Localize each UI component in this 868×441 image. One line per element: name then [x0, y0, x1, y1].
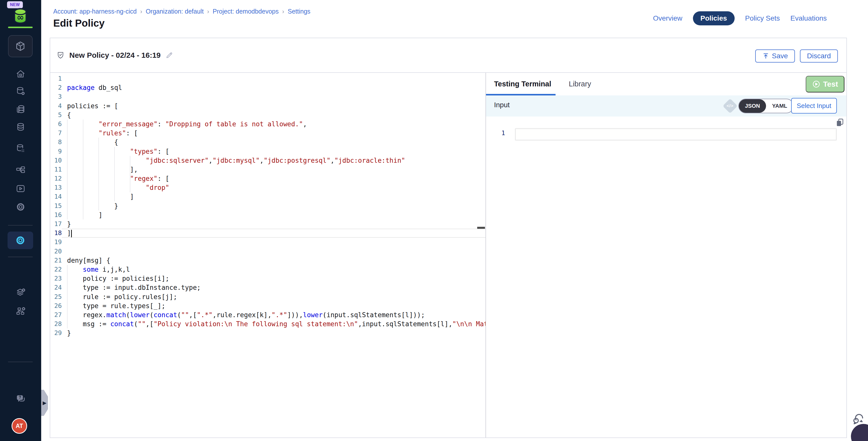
- help-button[interactable]: ?: [0, 393, 41, 404]
- expand-sidebar-arrow[interactable]: ▶: [41, 390, 48, 416]
- code-line: ]: [67, 192, 486, 201]
- breadcrumb: Account: app-harness-ng-cicd›Organizatio…: [53, 8, 310, 15]
- sidebar-item-database-grid[interactable]: [0, 143, 41, 154]
- format-option-yaml[interactable]: YAML: [766, 99, 793, 113]
- tab-testing-terminal[interactable]: Testing Terminal: [494, 80, 551, 88]
- test-label: Test: [823, 80, 838, 88]
- nav-policies[interactable]: Policies: [693, 11, 735, 25]
- settings-gear-icon: [15, 235, 26, 246]
- edit-pencil-icon[interactable]: [165, 51, 173, 59]
- select-input-button[interactable]: Select Input: [791, 98, 837, 114]
- format-option-json[interactable]: JSON: [739, 99, 766, 113]
- line-number: 21: [50, 256, 62, 265]
- sidebar-item-database-gear[interactable]: [0, 86, 41, 96]
- format-toggle: JSONYAML: [738, 99, 794, 113]
- code-line: type := input.dbInstance.type;: [67, 283, 486, 292]
- sidebar-item-gear[interactable]: [0, 202, 41, 212]
- code-lines[interactable]: package db_sqlpolicies := [{ "error_mess…: [67, 74, 486, 338]
- code-line: [67, 92, 486, 101]
- code-line: ]: [67, 228, 486, 238]
- breadcrumb-link[interactable]: Settings: [288, 8, 310, 15]
- policy-card: New Policy - 02/24 - 16:19 Save Discard: [50, 38, 847, 438]
- line-number: 13: [50, 183, 62, 192]
- database-devops-logo[interactable]: ∞: [12, 7, 29, 25]
- line-number: 24: [50, 283, 62, 292]
- shield-check-icon: [56, 51, 65, 60]
- line-number: 12: [50, 174, 62, 183]
- input-editor-field[interactable]: [515, 128, 837, 140]
- breadcrumb-separator: ›: [140, 8, 142, 15]
- pipeline-icon: [15, 165, 26, 175]
- line-number: 26: [50, 302, 62, 310]
- line-number: 11: [50, 165, 62, 174]
- code-line: policy := policies[i];: [67, 274, 486, 283]
- database-icon: [15, 122, 26, 132]
- play-circle-icon: [812, 80, 820, 88]
- code-line: "error_message": "Dropping of table is n…: [67, 120, 486, 129]
- breadcrumb-separator: ›: [207, 8, 209, 15]
- nav-evaluations[interactable]: Evaluations: [790, 14, 827, 22]
- module-selector[interactable]: [8, 35, 33, 57]
- line-number: 7: [50, 129, 62, 138]
- line-number: 18: [50, 228, 62, 238]
- sidebar-item-play[interactable]: [0, 183, 41, 194]
- code-line: ]: [67, 211, 486, 220]
- database-grid-icon: [15, 143, 26, 154]
- code-line: [67, 74, 486, 83]
- sidebar-divider: [8, 225, 33, 225]
- database-gear-icon: [15, 86, 26, 96]
- sidebar-item-home[interactable]: [0, 69, 41, 79]
- discard-button[interactable]: Discard: [800, 50, 838, 63]
- database-stack-icon: [15, 104, 26, 115]
- sidebar-item-hierarchy-gear[interactable]: [0, 306, 41, 316]
- nav-policy-sets[interactable]: Policy Sets: [745, 14, 780, 22]
- breadcrumb-link[interactable]: Project: demodbdevops: [213, 8, 279, 15]
- chat-widget-blob[interactable]: [851, 424, 868, 441]
- test-button[interactable]: Test: [806, 76, 844, 92]
- input-editor-line-number: 1: [498, 130, 505, 137]
- policy-name: New Policy - 02/24 - 16:19: [69, 51, 161, 60]
- sidebar-item-layers-gear[interactable]: [0, 288, 41, 298]
- breadcrumb-link[interactable]: Account: app-harness-ng-cicd: [53, 8, 136, 15]
- line-number: 3: [50, 92, 62, 101]
- tab-library[interactable]: Library: [569, 80, 591, 88]
- sidebar-item-database-stack[interactable]: [0, 104, 41, 115]
- code-line: regex.match(lower(concat("",[".*",rule.r…: [67, 310, 486, 319]
- breadcrumb-separator: ›: [282, 8, 284, 15]
- sidebar-divider: [8, 257, 33, 257]
- line-number: 2: [50, 83, 62, 92]
- line-number: 10: [50, 156, 62, 165]
- code-line: [67, 247, 486, 256]
- gear-icon: [15, 202, 26, 212]
- sidebar-item-database[interactable]: [0, 122, 41, 132]
- upload-icon: [762, 53, 769, 60]
- package-cube-icon: [14, 40, 26, 52]
- policy-card-header: New Policy - 02/24 - 16:19 Save Discard: [50, 38, 846, 73]
- code-line: some i,j,k,l: [67, 265, 486, 274]
- line-number: 20: [50, 247, 62, 256]
- testing-panel: Testing TerminalLibrary Test Input </> J…: [486, 73, 846, 438]
- line-number: 9: [50, 147, 62, 156]
- sidebar-item-pipeline[interactable]: [0, 165, 41, 175]
- sidebar-item-settings-active[interactable]: [7, 231, 33, 249]
- code-line: "regex": [: [67, 174, 486, 183]
- copy-icon[interactable]: [835, 117, 845, 128]
- line-number: 5: [50, 111, 62, 120]
- code-line: "jdbc:sqlserver","jdbc:mysql","jdbc:post…: [67, 156, 486, 165]
- save-button[interactable]: Save: [755, 50, 795, 63]
- line-number: 23: [50, 274, 62, 283]
- code-line: policies := [: [67, 101, 486, 111]
- svg-text:∞: ∞: [17, 12, 24, 22]
- text-cursor: [71, 230, 72, 237]
- help-chat-icon: ?: [15, 393, 26, 404]
- avatar[interactable]: AT: [11, 418, 27, 434]
- line-number: 28: [50, 319, 62, 328]
- nav-overview[interactable]: Overview: [653, 14, 682, 22]
- line-number: 4: [50, 101, 62, 111]
- code-line: "types": [: [67, 147, 486, 156]
- line-number: 8: [50, 138, 62, 147]
- breadcrumb-link[interactable]: Organization: default: [146, 8, 204, 15]
- policy-code-editor[interactable]: 1234567891011121314151617181920212223242…: [50, 73, 486, 438]
- hierarchy-gear-icon: [15, 306, 26, 316]
- chat-bubbles-icon[interactable]: [851, 412, 865, 426]
